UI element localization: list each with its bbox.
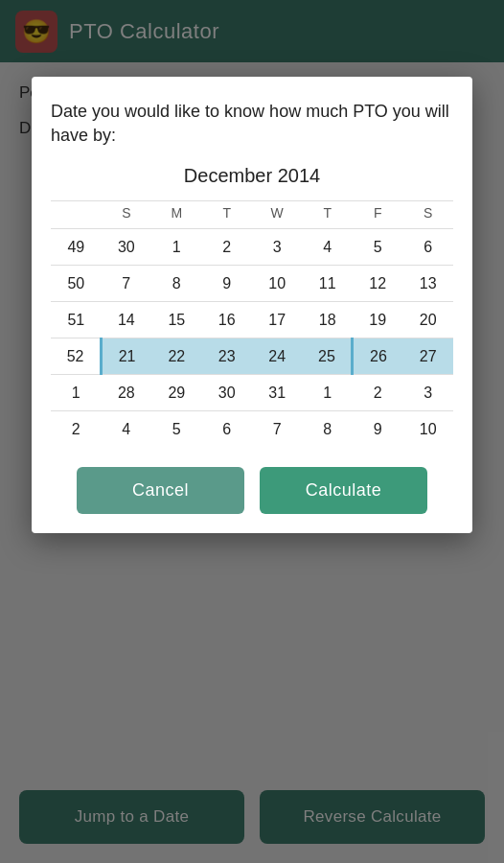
day-header-wed: W	[252, 201, 302, 229]
calendar-day[interactable]: 4	[302, 229, 353, 266]
calendar-month-title: December 2014	[51, 165, 453, 187]
calendar-day[interactable]: 15	[151, 302, 201, 338]
calendar-day[interactable]: 7	[102, 266, 152, 302]
calendar-day[interactable]: 22	[151, 338, 201, 375]
modal-overlay: Date you would like to know how much PTO…	[0, 0, 504, 863]
calendar-day[interactable]: 9	[353, 411, 403, 448]
week-number: 50	[51, 266, 102, 302]
calendar-day[interactable]: 21	[102, 338, 152, 375]
calendar-day[interactable]: 5	[151, 411, 201, 448]
calendar-day[interactable]: 12	[353, 266, 403, 302]
calendar-day[interactable]: 6	[202, 411, 252, 448]
week-number: 51	[51, 302, 102, 338]
week-num-header	[51, 201, 102, 229]
calendar-day[interactable]: 28	[102, 375, 152, 411]
calendar-day[interactable]: 10	[252, 266, 302, 302]
calendar-day[interactable]: 13	[403, 266, 454, 302]
calendar-day[interactable]: 26	[353, 338, 403, 375]
day-header-fri: F	[353, 201, 403, 229]
calendar-day[interactable]: 1	[302, 375, 353, 411]
calendar-day[interactable]: 27	[403, 338, 454, 375]
calendar-day[interactable]: 24	[252, 338, 302, 375]
calendar-day[interactable]: 1	[151, 229, 201, 266]
calendar-day[interactable]: 18	[302, 302, 353, 338]
calendar-day[interactable]: 25	[302, 338, 353, 375]
calendar-day[interactable]: 8	[151, 266, 201, 302]
dialog-buttons: Cancel Calculate	[51, 467, 453, 514]
calendar: December 2014 S M T W T F S 49301234565	[51, 165, 453, 448]
calendar-day[interactable]: 11	[302, 266, 353, 302]
day-header-sat: S	[403, 201, 454, 229]
week-number: 52	[51, 338, 102, 375]
calendar-day[interactable]: 6	[403, 229, 454, 266]
calendar-day[interactable]: 20	[403, 302, 454, 338]
calendar-day[interactable]: 30	[202, 375, 252, 411]
calendar-day[interactable]: 8	[302, 411, 353, 448]
calendar-day[interactable]: 2	[353, 375, 403, 411]
calendar-day[interactable]: 14	[102, 302, 152, 338]
dialog-question: Date you would like to know how much PTO…	[51, 100, 453, 148]
calculate-button[interactable]: Calculate	[260, 467, 427, 514]
calendar-day[interactable]: 17	[252, 302, 302, 338]
cancel-button[interactable]: Cancel	[77, 467, 244, 514]
day-header-tue: T	[202, 201, 252, 229]
dialog: Date you would like to know how much PTO…	[32, 77, 472, 533]
calendar-day[interactable]: 5	[353, 229, 403, 266]
week-number: 2	[51, 411, 102, 448]
calendar-day[interactable]: 4	[102, 411, 152, 448]
calendar-day[interactable]: 7	[252, 411, 302, 448]
calendar-day[interactable]: 2	[202, 229, 252, 266]
calendar-day[interactable]: 9	[202, 266, 252, 302]
calendar-day[interactable]: 19	[353, 302, 403, 338]
calendar-day[interactable]: 3	[403, 375, 454, 411]
day-header-thu: T	[302, 201, 353, 229]
calendar-grid: S M T W T F S 49301234565078910111213511…	[51, 200, 453, 448]
calendar-day[interactable]: 31	[252, 375, 302, 411]
calendar-day[interactable]: 16	[202, 302, 252, 338]
calendar-day[interactable]: 29	[151, 375, 201, 411]
week-number: 1	[51, 375, 102, 411]
calendar-day[interactable]: 10	[403, 411, 454, 448]
day-header-mon: M	[151, 201, 201, 229]
day-header-sun: S	[102, 201, 152, 229]
calendar-day[interactable]: 3	[252, 229, 302, 266]
calendar-day[interactable]: 23	[202, 338, 252, 375]
week-number: 49	[51, 229, 102, 266]
calendar-day[interactable]: 30	[102, 229, 152, 266]
